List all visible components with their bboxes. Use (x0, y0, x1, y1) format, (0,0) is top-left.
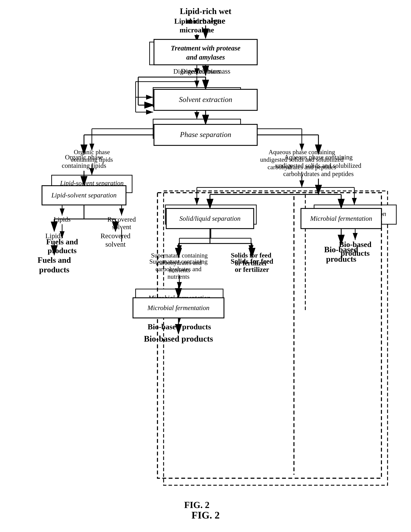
aqueous-phase-label2: undigested solids and solubilized (260, 156, 343, 163)
phase-separation-label: Phase separation (172, 124, 221, 132)
treatment-label: Treatment with protease (164, 45, 230, 52)
lipid-rich-label: Lipid-rich wet (174, 17, 219, 25)
solids-feed-label: Solids for feed (231, 252, 271, 259)
fuels-products-label2: products (48, 246, 76, 255)
supernatant-label: Supernatant containing (151, 252, 208, 259)
lipids-label: Lipids (54, 216, 71, 223)
aqueous-phase-label: Aqueous phase containing (269, 149, 335, 156)
fig-caption: FIG. 2 (184, 500, 209, 510)
bio-based-right-label: Bio-based (339, 240, 371, 249)
solvent-extraction-label: Solvent extraction (173, 93, 221, 101)
supernatant-label2: carbohydrates and (157, 259, 202, 266)
microbial-ferm-right-label: Microbial fermentation (324, 210, 386, 217)
lipid-solvent-label: Lipid-solvent separation (60, 180, 124, 187)
digested-biomass-label: Digested biomass (173, 68, 220, 75)
organic-phase-label: Organic phase (74, 149, 110, 156)
recovered-solvent-label: Recovered (107, 216, 136, 223)
treatment-label2: and amylases (178, 53, 215, 61)
organic-phase-label2: containing lipids (71, 156, 113, 163)
bio-based-right-label2: products (341, 249, 370, 257)
microbial-ferm-bottom-label: Microbial fermentation (148, 294, 210, 302)
dashed-enclosure (164, 191, 388, 485)
flowchart-svg: Lipid-rich wet microalgae Treatment with… (13, 10, 398, 519)
supernatant-label3: nutrients (168, 267, 190, 274)
bio-based-bottom-label: Bio-based products (147, 323, 211, 331)
lipid-rich-label2: microalgae (180, 26, 214, 34)
aqueous-phase-label3: carbohydrates and peptides (267, 164, 336, 171)
solid-liquid-label: Solid/liquid separation (180, 210, 241, 218)
diagram-container: Lipid-rich wet microalgae Treatment with… (0, 0, 411, 532)
fuels-products-label: Fuels and (46, 238, 78, 246)
solids-feed-label2: or fertilizer (235, 259, 267, 267)
